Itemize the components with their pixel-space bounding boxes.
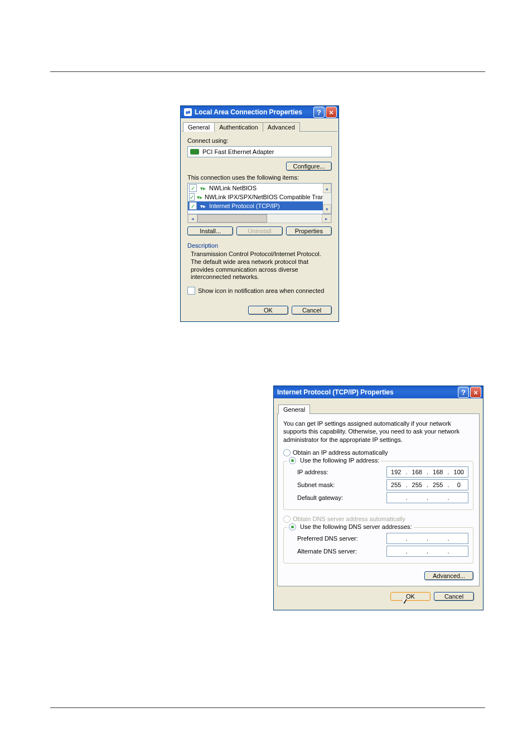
fieldset-legend: Use the following DNS server addresses:: [287, 523, 414, 531]
help-button[interactable]: ?: [313, 107, 325, 118]
uninstall-button: Uninstall: [236, 227, 282, 235]
dialog-title: Local Area Connection Properties: [195, 108, 312, 116]
scroll-left-icon[interactable]: ◂: [188, 214, 197, 223]
local-area-connection-dialog: ⇄ Local Area Connection Properties ? × G…: [180, 105, 339, 322]
tab-authentication[interactable]: Authentication: [214, 122, 263, 132]
radio-use-ip[interactable]: [289, 457, 296, 464]
scroll-up-icon[interactable]: ▴: [323, 184, 331, 193]
adapter-icon: [190, 149, 199, 155]
fieldset-legend: Use the following IP address:: [287, 457, 381, 465]
scrollbar-vertical[interactable]: ▴ ▾: [323, 184, 331, 214]
radio-auto-ip[interactable]: [283, 449, 291, 456]
scroll-track[interactable]: [197, 214, 322, 223]
list-item[interactable]: ✓ ▾▸ Internet Protocol (TCP/IP): [188, 201, 331, 210]
advanced-button[interactable]: Advanced...: [424, 571, 473, 580]
description-text: Transmission Control Protocol/Internet P…: [191, 251, 332, 281]
checkbox-icon[interactable]: ✓: [189, 202, 197, 210]
tab-general[interactable]: General: [278, 405, 310, 414]
radio-row[interactable]: Obtain an IP address automatically: [283, 449, 473, 456]
ip-octet[interactable]: 192: [387, 469, 405, 475]
items-label: This connection uses the following items…: [187, 174, 332, 181]
subnet-label: Subnet mask:: [288, 481, 386, 488]
titlebar[interactable]: ⇄ Local Area Connection Properties ? ×: [181, 106, 338, 118]
tcpip-properties-dialog: Internet Protocol (TCP/IP) Properties ? …: [273, 386, 483, 610]
scroll-thumb[interactable]: [197, 214, 267, 223]
divider: [50, 71, 485, 72]
radio-row: Obtain DNS server address automatically: [283, 516, 473, 523]
adapter-name: PCI Fast Ethernet Adapter: [202, 148, 274, 155]
ip-octet[interactable]: 255: [387, 481, 405, 488]
install-button[interactable]: Install...: [187, 227, 233, 235]
ip-octet[interactable]: 255: [429, 481, 447, 488]
configure-button[interactable]: Configure...: [286, 162, 332, 171]
list-item-label: NWLink NetBIOS: [209, 185, 257, 191]
protocol-icon: ▾▸: [199, 203, 207, 209]
ip-octet[interactable]: 100: [450, 469, 468, 475]
gateway-label: Default gateway:: [288, 494, 386, 501]
ip-octet[interactable]: 168: [408, 469, 426, 475]
close-button[interactable]: ×: [470, 387, 481, 398]
ip-address-label: IP address:: [288, 469, 386, 475]
radio-use-dns[interactable]: [289, 523, 296, 531]
show-icon-checkbox[interactable]: [187, 287, 195, 295]
radio-auto-ip-label: Obtain an IP address automatically: [293, 449, 388, 456]
tab-strip: General: [277, 402, 480, 414]
scroll-down-icon[interactable]: ▾: [323, 204, 331, 214]
scroll-track[interactable]: [323, 193, 331, 204]
list-item-label: NWLink IPX/SPX/NetBIOS Compatible Transp…: [205, 194, 332, 200]
ip-address-input[interactable]: 192. 168. 168. 100: [386, 466, 468, 478]
list-item[interactable]: ✓ ▾▸ NWLink IPX/SPX/NetBIOS Compatible T…: [188, 192, 331, 201]
checkbox-icon[interactable]: ✓: [189, 184, 197, 192]
tab-advanced[interactable]: Advanced: [263, 122, 300, 132]
close-button[interactable]: ×: [326, 107, 337, 118]
titlebar[interactable]: Internet Protocol (TCP/IP) Properties ? …: [274, 386, 483, 398]
pref-dns-input[interactable]: . . .: [386, 533, 468, 544]
radio-use-dns-label: Use the following DNS server addresses:: [300, 523, 412, 530]
gateway-input[interactable]: . . .: [386, 492, 468, 503]
divider: [50, 707, 485, 708]
radio-auto-dns: [283, 516, 291, 523]
connection-icon: ⇄: [184, 108, 192, 116]
scrollbar-horizontal[interactable]: ◂ ▸: [187, 214, 332, 223]
dialog-title: Internet Protocol (TCP/IP) Properties: [277, 388, 457, 396]
cancel-button[interactable]: Cancel: [292, 306, 332, 315]
list-item[interactable]: ✓ ▾▸ NWLink NetBIOS: [188, 184, 331, 192]
help-button[interactable]: ?: [458, 387, 469, 398]
checkbox-icon[interactable]: ✓: [189, 193, 195, 201]
intro-text: You can get IP settings assigned automat…: [283, 420, 473, 444]
alt-dns-label: Alternate DNS server:: [288, 548, 386, 555]
description-label: Description: [187, 242, 332, 249]
scroll-right-icon[interactable]: ▸: [322, 214, 331, 223]
ip-octet[interactable]: 0: [450, 481, 468, 488]
properties-button[interactable]: Properties: [286, 227, 332, 235]
ip-octet[interactable]: 168: [429, 469, 447, 475]
alt-dns-input[interactable]: . . .: [386, 546, 468, 557]
cancel-button[interactable]: Cancel: [434, 592, 474, 601]
protocol-list[interactable]: ✓ ▾▸ NWLink NetBIOS ✓ ▾▸ NWLink IPX/SPX/…: [187, 183, 332, 214]
pref-dns-label: Preferred DNS server:: [288, 535, 386, 542]
ok-button[interactable]: OK: [248, 306, 288, 315]
radio-auto-dns-label: Obtain DNS server address automatically: [293, 516, 405, 522]
list-item-label: Internet Protocol (TCP/IP): [209, 203, 280, 209]
protocol-icon: ▾▸: [197, 194, 202, 200]
tab-general[interactable]: General: [183, 122, 215, 132]
tab-strip: General Authentication Advanced: [182, 119, 337, 132]
subnet-input[interactable]: 255. 255. 255. 0: [386, 479, 468, 490]
show-icon-label: Show icon in notification area when conn…: [198, 287, 324, 294]
protocol-icon: ▾▸: [199, 185, 207, 191]
radio-use-ip-label: Use the following IP address:: [300, 457, 379, 464]
connect-using-label: Connect using:: [187, 137, 332, 144]
ok-button[interactable]: OK: [390, 592, 431, 601]
ip-octet[interactable]: 255: [408, 481, 426, 488]
adapter-box[interactable]: PCI Fast Ethernet Adapter: [187, 146, 332, 157]
